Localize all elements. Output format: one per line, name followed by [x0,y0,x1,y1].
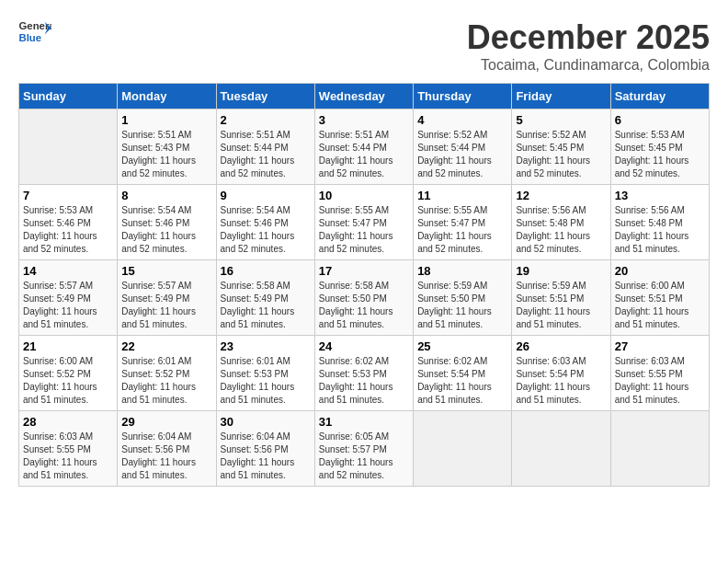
day-number: 17 [319,264,409,278]
day-number: 6 [615,113,705,127]
page-header: General Blue December 2025 Tocaima, Cund… [18,18,710,74]
calendar-day-cell: 5Sunrise: 5:52 AMSunset: 5:45 PMDaylight… [512,109,610,185]
day-info: Sunrise: 5:51 AMSunset: 5:44 PMDaylight:… [221,129,311,180]
day-number: 28 [23,415,113,429]
calendar-week-row: 28Sunrise: 6:03 AMSunset: 5:55 PMDayligh… [19,411,710,487]
day-number: 2 [221,113,311,127]
calendar-day-cell [610,411,709,487]
day-info: Sunrise: 5:58 AMSunset: 5:50 PMDaylight:… [319,280,409,331]
day-info: Sunrise: 5:55 AMSunset: 5:47 PMDaylight:… [417,204,507,256]
weekday-header-cell: Sunday [19,84,118,109]
day-number: 21 [23,339,113,353]
calendar-day-cell: 21Sunrise: 6:00 AMSunset: 5:52 PMDayligh… [19,336,118,411]
day-number: 26 [516,339,606,353]
day-info: Sunrise: 6:01 AMSunset: 5:53 PMDaylight:… [221,355,311,407]
month-title: December 2025 [467,18,710,57]
weekday-header-row: SundayMondayTuesdayWednesdayThursdayFrid… [19,84,710,109]
day-number: 24 [319,339,409,353]
day-info: Sunrise: 5:53 AMSunset: 5:46 PMDaylight:… [23,204,113,256]
day-number: 25 [417,339,507,353]
day-info: Sunrise: 5:56 AMSunset: 5:48 PMDaylight:… [516,204,606,256]
day-number: 9 [221,189,311,202]
day-info: Sunrise: 5:58 AMSunset: 5:49 PMDaylight:… [221,280,311,331]
day-number: 7 [23,189,113,202]
day-info: Sunrise: 5:57 AMSunset: 5:49 PMDaylight:… [23,280,113,331]
day-number: 27 [615,339,705,353]
calendar-day-cell: 31Sunrise: 6:05 AMSunset: 5:57 PMDayligh… [314,411,413,487]
day-info: Sunrise: 5:51 AMSunset: 5:43 PMDaylight:… [121,129,211,180]
day-info: Sunrise: 6:05 AMSunset: 5:57 PMDaylight:… [319,431,409,482]
day-info: Sunrise: 6:03 AMSunset: 5:55 PMDaylight:… [23,431,113,482]
day-number: 15 [121,264,211,278]
day-number: 23 [221,339,311,353]
day-number: 12 [516,189,606,202]
calendar-body: 1Sunrise: 5:51 AMSunset: 5:43 PMDaylight… [19,109,710,487]
day-number: 8 [121,189,211,202]
day-number: 30 [221,415,311,429]
day-info: Sunrise: 6:02 AMSunset: 5:53 PMDaylight:… [319,355,409,407]
day-info: Sunrise: 6:04 AMSunset: 5:56 PMDaylight:… [221,431,311,482]
day-info: Sunrise: 6:04 AMSunset: 5:56 PMDaylight:… [121,431,211,482]
day-number: 31 [319,415,409,429]
calendar-day-cell: 2Sunrise: 5:51 AMSunset: 5:44 PMDaylight… [216,109,314,185]
day-info: Sunrise: 5:55 AMSunset: 5:47 PMDaylight:… [319,204,409,256]
day-number: 11 [417,189,507,202]
calendar-day-cell: 23Sunrise: 6:01 AMSunset: 5:53 PMDayligh… [216,336,314,411]
weekday-header-cell: Monday [118,84,216,109]
day-info: Sunrise: 5:54 AMSunset: 5:46 PMDaylight:… [221,204,311,256]
svg-text:Blue: Blue [19,32,42,43]
weekday-header-cell: Friday [512,84,610,109]
day-number: 20 [615,264,705,278]
calendar-day-cell: 27Sunrise: 6:03 AMSunset: 5:55 PMDayligh… [610,336,709,411]
day-number: 1 [121,113,211,127]
calendar-week-row: 14Sunrise: 5:57 AMSunset: 5:49 PMDayligh… [19,260,710,336]
calendar-day-cell: 16Sunrise: 5:58 AMSunset: 5:49 PMDayligh… [216,260,314,336]
calendar-day-cell: 26Sunrise: 6:03 AMSunset: 5:54 PMDayligh… [512,336,610,411]
calendar-day-cell [512,411,610,487]
calendar-day-cell: 14Sunrise: 5:57 AMSunset: 5:49 PMDayligh… [19,260,118,336]
svg-text:General: General [19,20,52,31]
calendar-table: SundayMondayTuesdayWednesdayThursdayFrid… [18,83,710,487]
day-number: 18 [417,264,507,278]
day-info: Sunrise: 5:54 AMSunset: 5:46 PMDaylight:… [121,204,211,256]
day-number: 4 [417,113,507,127]
calendar-day-cell: 22Sunrise: 6:01 AMSunset: 5:52 PMDayligh… [118,336,216,411]
day-number: 3 [319,113,409,127]
calendar-day-cell: 15Sunrise: 5:57 AMSunset: 5:49 PMDayligh… [118,260,216,336]
day-number: 10 [319,189,409,202]
calendar-week-row: 7Sunrise: 5:53 AMSunset: 5:46 PMDaylight… [19,185,710,260]
calendar-day-cell: 25Sunrise: 6:02 AMSunset: 5:54 PMDayligh… [414,336,512,411]
day-info: Sunrise: 6:01 AMSunset: 5:52 PMDaylight:… [121,355,211,407]
weekday-header-cell: Tuesday [216,84,314,109]
day-info: Sunrise: 5:52 AMSunset: 5:44 PMDaylight:… [417,129,507,180]
calendar-day-cell: 18Sunrise: 5:59 AMSunset: 5:50 PMDayligh… [414,260,512,336]
day-number: 22 [121,339,211,353]
day-number: 5 [516,113,606,127]
logo-icon: General Blue [18,18,51,44]
calendar-day-cell: 24Sunrise: 6:02 AMSunset: 5:53 PMDayligh… [314,336,413,411]
logo: General Blue [18,18,51,44]
day-number: 13 [615,189,705,202]
calendar-day-cell: 30Sunrise: 6:04 AMSunset: 5:56 PMDayligh… [216,411,314,487]
calendar-day-cell [19,109,118,185]
calendar-day-cell: 8Sunrise: 5:54 AMSunset: 5:46 PMDaylight… [118,185,216,260]
calendar-day-cell: 1Sunrise: 5:51 AMSunset: 5:43 PMDaylight… [118,109,216,185]
calendar-week-row: 1Sunrise: 5:51 AMSunset: 5:43 PMDaylight… [19,109,710,185]
day-info: Sunrise: 6:02 AMSunset: 5:54 PMDaylight:… [417,355,507,407]
day-number: 19 [516,264,606,278]
day-info: Sunrise: 5:53 AMSunset: 5:45 PMDaylight:… [615,129,705,180]
calendar-day-cell: 6Sunrise: 5:53 AMSunset: 5:45 PMDaylight… [610,109,709,185]
day-info: Sunrise: 5:56 AMSunset: 5:48 PMDaylight:… [615,204,705,256]
calendar-week-row: 21Sunrise: 6:00 AMSunset: 5:52 PMDayligh… [19,336,710,411]
calendar-day-cell: 29Sunrise: 6:04 AMSunset: 5:56 PMDayligh… [118,411,216,487]
calendar-day-cell: 11Sunrise: 5:55 AMSunset: 5:47 PMDayligh… [414,185,512,260]
calendar-day-cell: 10Sunrise: 5:55 AMSunset: 5:47 PMDayligh… [314,185,413,260]
calendar-day-cell: 13Sunrise: 5:56 AMSunset: 5:48 PMDayligh… [610,185,709,260]
day-info: Sunrise: 5:59 AMSunset: 5:51 PMDaylight:… [516,280,606,331]
calendar-day-cell: 20Sunrise: 6:00 AMSunset: 5:51 PMDayligh… [610,260,709,336]
day-info: Sunrise: 5:51 AMSunset: 5:44 PMDaylight:… [319,129,409,180]
weekday-header-cell: Saturday [610,84,709,109]
location-subtitle: Tocaima, Cundinamarca, Colombia [467,57,710,74]
calendar-day-cell: 9Sunrise: 5:54 AMSunset: 5:46 PMDaylight… [216,185,314,260]
calendar-day-cell: 19Sunrise: 5:59 AMSunset: 5:51 PMDayligh… [512,260,610,336]
